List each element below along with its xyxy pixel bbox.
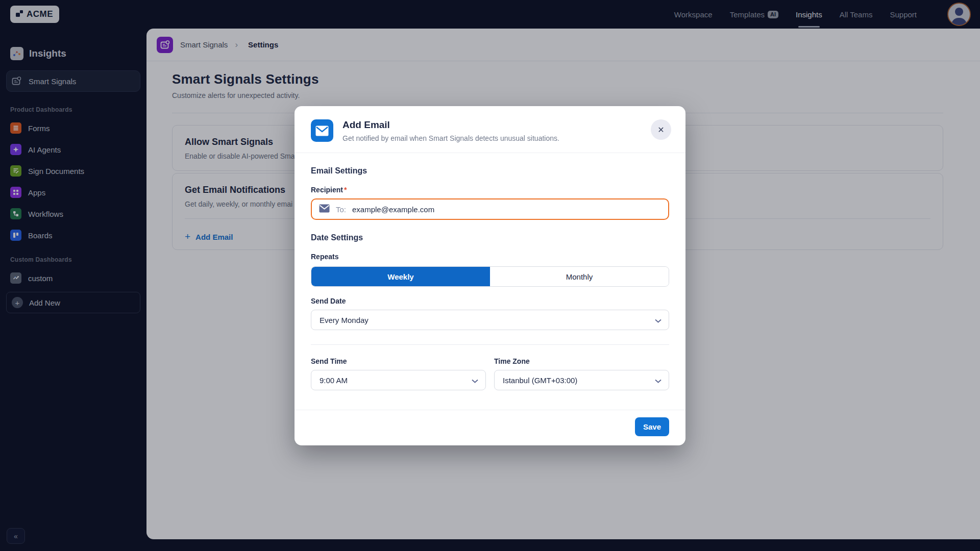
email-icon — [311, 119, 333, 142]
repeats-option-weekly[interactable]: Weekly — [311, 267, 490, 286]
close-button[interactable]: ✕ — [651, 119, 671, 140]
recipient-label-text: Recipient — [311, 186, 343, 194]
modal-title: Add Email — [342, 119, 651, 131]
repeats-segmented-control: Weekly Monthly — [311, 266, 669, 287]
send-time-select[interactable]: 9:00 AM — [311, 370, 486, 390]
send-date-label: Send Date — [311, 297, 669, 305]
time-zone-select[interactable]: Istanbul (GMT+03:00) — [494, 370, 669, 390]
send-time-label: Send Time — [311, 357, 486, 365]
send-time-value: 9:00 AM — [320, 376, 348, 385]
chevron-down-icon — [472, 376, 478, 385]
add-email-modal: Add Email Get notified by email when Sma… — [295, 106, 685, 445]
mail-icon — [319, 204, 330, 215]
date-settings-heading: Date Settings — [311, 233, 669, 242]
modal-header-text: Add Email Get notified by email when Sma… — [342, 119, 651, 142]
send-time-column: Send Time 9:00 AM — [311, 347, 486, 390]
modal-footer: Save — [295, 410, 685, 445]
chevron-down-icon — [655, 376, 662, 385]
time-row: Send Time 9:00 AM Time Zone Istanbul (GM… — [311, 347, 669, 390]
date-section-divider — [311, 344, 669, 345]
repeats-label: Repeats — [311, 253, 669, 261]
to-prefix: To: — [336, 205, 346, 214]
modal-body: Email Settings Recipient* To: Date Setti… — [295, 153, 685, 410]
required-asterisk: * — [344, 186, 347, 194]
modal-subtitle: Get notified by email when Smart Signals… — [342, 134, 651, 142]
recipient-field[interactable]: To: — [311, 198, 669, 220]
modal-header: Add Email Get notified by email when Sma… — [295, 106, 685, 153]
recipient-input[interactable] — [352, 205, 661, 214]
recipient-label: Recipient* — [311, 186, 669, 194]
time-zone-value: Istanbul (GMT+03:00) — [503, 376, 577, 385]
send-date-value: Every Monday — [320, 316, 369, 324]
time-zone-column: Time Zone Istanbul (GMT+03:00) — [494, 347, 669, 390]
save-button[interactable]: Save — [635, 417, 669, 436]
email-settings-heading: Email Settings — [311, 166, 669, 176]
close-icon: ✕ — [657, 125, 664, 135]
repeats-option-monthly[interactable]: Monthly — [490, 267, 669, 286]
send-date-select[interactable]: Every Monday — [311, 310, 669, 330]
time-zone-label: Time Zone — [494, 357, 669, 365]
chevron-down-icon — [655, 316, 662, 324]
